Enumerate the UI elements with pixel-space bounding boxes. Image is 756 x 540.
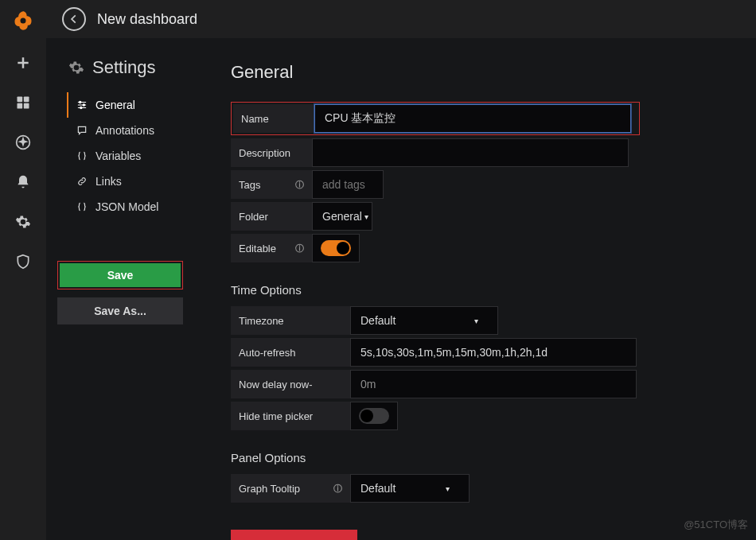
description-input[interactable] (312, 138, 629, 167)
left-nav-rail (0, 0, 46, 540)
sidebar-item-label: Links (95, 175, 122, 188)
back-button[interactable] (62, 7, 86, 31)
grafana-logo-icon[interactable] (12, 10, 34, 32)
tooltip-label: Graph Tooltip ⓘ (231, 474, 350, 503)
section-heading-panel: Panel Options (231, 451, 724, 464)
sidebar-item-annotations[interactable]: Annotations (68, 118, 208, 143)
sidebar-item-label: Variables (95, 150, 141, 162)
shield-icon[interactable] (14, 253, 32, 270)
hidepicker-toggle[interactable] (359, 408, 389, 424)
config-icon[interactable] (14, 213, 32, 231)
autorefresh-input[interactable] (350, 338, 637, 367)
sidebar-item-label: General (95, 99, 135, 111)
tooltip-select[interactable]: Default▾ (350, 474, 470, 503)
topbar: New dashboard (46, 0, 756, 38)
name-input[interactable] (314, 104, 631, 133)
sidebar-item-label: Annotations (95, 124, 154, 137)
info-icon[interactable]: ⓘ (333, 483, 342, 495)
sidebar-item-links[interactable]: Links (68, 169, 208, 194)
gear-icon: Settings (92, 57, 156, 78)
comment-icon (76, 125, 88, 136)
svg-point-6 (80, 101, 81, 103)
folder-label: Folder (231, 202, 312, 231)
name-label: Name (233, 104, 314, 133)
editable-toggle[interactable] (321, 240, 351, 256)
watermark: @51CTO博客 (684, 518, 748, 532)
dashboards-icon[interactable] (14, 94, 32, 111)
settings-heading: Settings (68, 57, 208, 78)
editable-label: Editable ⓘ (231, 234, 312, 262)
save-as-button[interactable]: Save As... (57, 297, 183, 324)
save-button-highlight: Save (57, 261, 183, 289)
tags-input[interactable] (312, 170, 384, 199)
save-button[interactable]: Save (60, 263, 181, 287)
svg-rect-3 (18, 103, 23, 109)
tags-label: Tags ⓘ (231, 170, 312, 199)
timezone-label: Timezone (231, 306, 350, 335)
svg-rect-1 (18, 97, 23, 103)
sidebar-item-variables[interactable]: Variables (68, 143, 208, 169)
info-icon[interactable]: ⓘ (295, 179, 304, 191)
svg-rect-4 (24, 103, 29, 109)
braces-icon (76, 150, 88, 161)
folder-select[interactable]: General ▾ (312, 202, 372, 231)
chevron-down-icon: ▾ (446, 484, 450, 493)
content: Settings General Annotations Variables L… (46, 38, 756, 540)
nowdelay-input[interactable]: 0m (350, 370, 637, 398)
settings-sidebar: Settings General Annotations Variables L… (46, 38, 208, 540)
sidebar-item-label: JSON Model (95, 200, 158, 213)
svg-point-0 (21, 18, 26, 24)
hidepicker-label: Hide time picker (231, 402, 350, 430)
explore-icon[interactable] (14, 134, 32, 151)
autorefresh-label: Auto-refresh (231, 338, 350, 367)
chevron-down-icon: ▾ (474, 317, 478, 325)
name-row-highlight: Name (231, 102, 640, 135)
svg-rect-2 (24, 97, 29, 103)
description-label: Description (231, 138, 312, 167)
delete-dashboard-button[interactable]: Delete Dashboard (231, 530, 357, 540)
section-heading-time: Time Options (231, 283, 724, 297)
link-icon (76, 176, 88, 187)
svg-point-7 (83, 104, 84, 106)
sliders-icon (76, 99, 88, 111)
svg-point-8 (80, 107, 82, 108)
sidebar-item-json-model[interactable]: JSON Model (68, 194, 208, 219)
alert-icon[interactable] (14, 173, 32, 191)
nowdelay-label: Now delay now- (231, 370, 350, 398)
chevron-down-icon: ▾ (362, 212, 368, 221)
timezone-select[interactable]: Default▾ (350, 306, 498, 335)
code-icon (76, 201, 88, 212)
add-icon[interactable] (14, 54, 32, 72)
page-title: New dashboard (97, 11, 197, 28)
info-icon[interactable]: ⓘ (295, 243, 304, 254)
section-heading-general: General (231, 62, 724, 83)
main-panel: General Name Description Tags ⓘ Folder G… (208, 38, 756, 540)
sidebar-item-general[interactable]: General (67, 92, 208, 118)
